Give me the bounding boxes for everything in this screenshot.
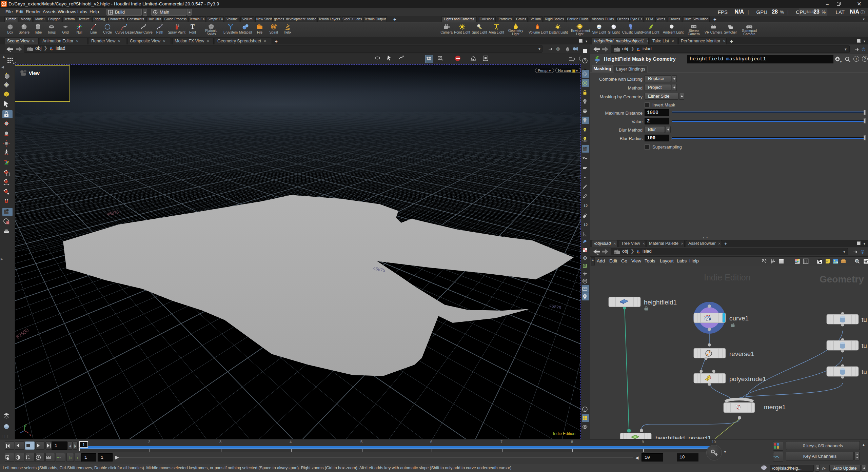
svg-text:Geometry: Geometry	[820, 274, 864, 284]
svg-text:tu: tu	[862, 316, 867, 323]
svg-text:tu: tu	[862, 368, 867, 375]
svg-text:i: i	[585, 408, 586, 411]
svg-text:Indie Edition: Indie Edition	[704, 273, 751, 282]
svg-text:reverse1: reverse1	[729, 350, 754, 357]
svg-text:T: T	[191, 23, 195, 30]
svg-text:polyextrude1: polyextrude1	[729, 375, 766, 382]
svg-text:?: ?	[584, 59, 586, 63]
svg-text:x: x	[29, 433, 31, 437]
svg-text:curve1: curve1	[729, 315, 749, 322]
svg-text:merge1: merge1	[764, 404, 786, 411]
svg-text:tu: tu	[862, 342, 867, 349]
svg-text:heightfield_project1: heightfield_project1	[655, 434, 711, 439]
svg-text:62500: 62500	[15, 327, 30, 340]
svg-text:y: y	[25, 423, 27, 427]
svg-text:heightfield1: heightfield1	[644, 299, 677, 306]
